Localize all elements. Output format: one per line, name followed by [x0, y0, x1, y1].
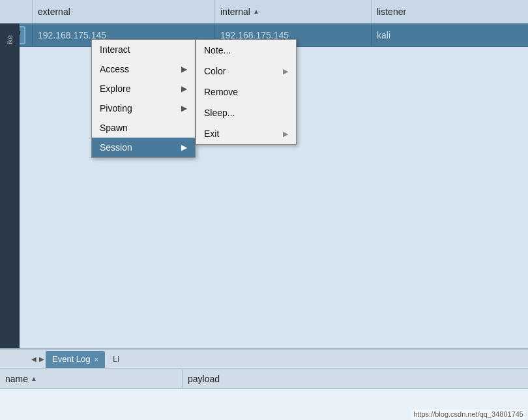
table-header: external internal ▲ listener [0, 0, 528, 23]
context-menu: Interact Access ▶ Explore ▶ Pivoting ▶ S… [91, 39, 196, 158]
tab-event-log-label: Event Log [52, 354, 91, 364]
col-left-panel [0, 0, 33, 23]
submenu-label-color: Color [204, 66, 226, 76]
submenu-label-sleep: Sleep... [204, 108, 235, 118]
external-label: external [38, 7, 70, 17]
menu-item-spawn[interactable]: Spawn [92, 118, 195, 138]
menu-item-pivoting[interactable]: Pivoting ▶ [92, 98, 195, 118]
menu-arrow-access: ▶ [181, 65, 187, 74]
menu-label-interact: Interact [100, 44, 187, 55]
submenu-label-exit: Exit [204, 128, 219, 139]
submenu-label-remove: Remove [204, 87, 238, 97]
bottom-table-header: name ▲ payload [0, 369, 528, 389]
submenu-item-exit[interactable]: Exit ▶ [196, 123, 296, 144]
bottom-tabs: ◀ ▶ Event Log × Li [0, 350, 528, 369]
bottom-payload-label: payload [188, 374, 220, 384]
col-listener-header[interactable]: listener [372, 0, 528, 23]
bottom-name-sort: ▲ [31, 375, 37, 382]
context-submenu: Note... Color ▶ Remove Sleep... Exit ▶ [196, 39, 297, 145]
submenu-item-remove[interactable]: Remove [196, 82, 296, 102]
internal-sort-arrow: ▲ [253, 8, 259, 15]
url-bar: https://blog.csdn.net/qq_34801745 [411, 410, 525, 419]
menu-item-access[interactable]: Access ▶ [92, 59, 195, 79]
submenu-arrow-color: ▶ [283, 67, 288, 76]
tab-event-log-close[interactable]: × [95, 355, 98, 363]
submenu-arrow-exit: ▶ [283, 130, 288, 138]
cell-listener: kali [372, 23, 528, 46]
menu-arrow-session: ▶ [181, 143, 187, 152]
bottom-name-label: name [5, 374, 28, 384]
bottom-col-payload[interactable]: payload [183, 369, 528, 388]
listener-label: listener [377, 7, 406, 17]
menu-label-explore: Explore [100, 83, 181, 94]
menu-label-access: Access [100, 64, 181, 74]
internal-label: internal [220, 7, 250, 17]
submenu-label-note: Note... [204, 45, 231, 55]
menu-item-explore[interactable]: Explore ▶ [92, 79, 195, 98]
menu-label-session: Session [100, 142, 181, 153]
menu-label-pivoting: Pivoting [100, 103, 181, 113]
menu-item-interact[interactable]: Interact [92, 40, 195, 59]
submenu-item-color[interactable]: Color ▶ [196, 61, 296, 82]
menu-arrow-pivoting: ▶ [181, 104, 187, 113]
scroll-right-btn[interactable]: ▶ [39, 355, 44, 363]
tab-event-log[interactable]: Event Log × [46, 351, 105, 368]
main-area: external internal ▲ listener 🛡 192.168.1… [0, 0, 528, 420]
tab-li[interactable]: Li [106, 352, 126, 367]
submenu-item-sleep[interactable]: Sleep... [196, 102, 296, 123]
menu-item-session[interactable]: Session ▶ [92, 138, 195, 157]
col-external-header[interactable]: external [33, 0, 215, 23]
scroll-left-btn[interactable]: ◀ [31, 355, 37, 363]
col-internal-header[interactable]: internal ▲ [215, 0, 372, 23]
menu-label-spawn: Spawn [100, 123, 187, 133]
sidebar-label: ike [6, 35, 14, 44]
submenu-item-note[interactable]: Note... [196, 40, 296, 61]
tab-li-label: Li [113, 354, 119, 364]
menu-arrow-explore: ▶ [181, 84, 187, 93]
bottom-col-name[interactable]: name ▲ [0, 369, 183, 388]
bottom-panel: ◀ ▶ Event Log × Li name ▲ payload https:… [0, 348, 528, 420]
